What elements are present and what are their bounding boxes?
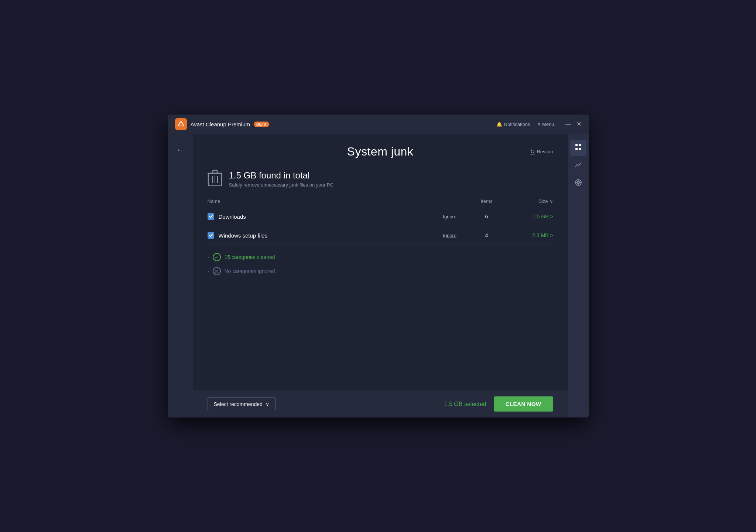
downloads-ignore-button[interactable]: Ignore [431, 214, 468, 219]
trash-icon [208, 170, 222, 188]
svg-rect-9 [579, 148, 581, 150]
expand-arrow-icon: › [208, 269, 209, 274]
title-bar-right: 🔔 Notifications ≡ Menu — ✕ [496, 121, 581, 127]
selected-size: 1.5 GB selected [444, 401, 486, 407]
grid-icon [575, 143, 582, 153]
windows-setup-item-count: 4 [468, 232, 505, 238]
col-name-header: Name [208, 198, 431, 204]
sidebar-support-button[interactable] [570, 175, 586, 191]
window-controls: — ✕ [565, 121, 581, 127]
svg-rect-7 [579, 144, 581, 146]
svg-rect-6 [575, 144, 578, 146]
summary-section: 1.5 GB found in total Safely remove unne… [193, 166, 568, 195]
main-layout: ← System junk ↻ Rescan [168, 134, 589, 417]
right-sidebar [568, 134, 589, 417]
sidebar-chart-button[interactable] [570, 157, 586, 174]
menu-icon: ≡ [537, 122, 540, 127]
downloads-checkbox[interactable] [208, 213, 214, 220]
ignored-icon: ⊘ [213, 267, 221, 275]
ignored-categories-label: No categories ignored [225, 268, 275, 274]
rescan-icon: ↻ [530, 148, 535, 155]
table-section: Name Items Size ∨ [193, 195, 568, 391]
cleaned-icon: ✓ [213, 253, 221, 261]
windows-setup-size[interactable]: 2.3 MB > [505, 232, 553, 238]
title-bar: Avast Cleanup Premium BETA 🔔 Notificatio… [168, 115, 589, 134]
avast-logo-icon [175, 118, 187, 130]
windows-setup-checkbox[interactable] [208, 232, 214, 239]
total-found: 1.5 GB found in total [229, 170, 335, 181]
svg-rect-8 [575, 148, 578, 150]
menu-button[interactable]: ≡ Menu [537, 122, 554, 127]
row-name-windows-setup: Windows setup files [208, 232, 431, 239]
svg-point-11 [577, 181, 579, 184]
page-title: System junk [347, 145, 414, 158]
sort-icon: ∨ [550, 198, 553, 204]
summary-subtitle: Safely remove unnecessary junk files on … [229, 182, 335, 188]
rescan-button[interactable]: ↻ Rescan [530, 148, 553, 155]
beta-badge: BETA [254, 122, 269, 127]
row-name-downloads: Downloads [208, 213, 431, 220]
close-button[interactable]: ✕ [577, 121, 581, 127]
app-window: Avast Cleanup Premium BETA 🔔 Notificatio… [168, 115, 589, 417]
support-icon [575, 179, 582, 188]
col-size-header[interactable]: Size ∨ [505, 198, 553, 204]
left-sidebar: ← [168, 134, 193, 417]
cleaned-categories-label: 15 categories cleaned [225, 254, 275, 260]
notifications-button[interactable]: 🔔 Notifications [496, 122, 530, 127]
expand-section: › ✓ 15 categories cleaned › ⊘ No categor… [208, 245, 553, 283]
chart-icon [575, 161, 582, 170]
cleaned-categories-row[interactable]: › ✓ 15 categories cleaned [208, 250, 553, 264]
content-area: System junk ↻ Rescan [193, 134, 568, 417]
title-bar-left: Avast Cleanup Premium BETA [175, 118, 270, 130]
downloads-item-count: 6 [468, 214, 505, 219]
table-header: Name Items Size ∨ [208, 195, 553, 207]
col-items-header: Items [468, 198, 505, 204]
page-header: System junk ↻ Rescan [193, 134, 568, 166]
back-button[interactable]: ← [174, 143, 187, 157]
svg-rect-2 [213, 170, 217, 173]
clean-now-button[interactable]: CLEAN NOW [494, 396, 553, 412]
ignored-categories-row[interactable]: › ⊘ No categories ignored [208, 264, 553, 278]
summary-text: 1.5 GB found in total Safely remove unne… [229, 170, 335, 188]
select-recommended-button[interactable]: Select recommended ∨ [208, 397, 276, 411]
expand-arrow-icon: › [208, 255, 209, 260]
bottom-bar: Select recommended ∨ 1.5 GB selected CLE… [193, 391, 568, 417]
col-ignore-header [431, 198, 468, 204]
app-title: Avast Cleanup Premium [191, 121, 250, 127]
table-row: Windows setup files Ignore 4 2.3 MB > [208, 226, 553, 245]
windows-setup-ignore-button[interactable]: Ignore [431, 233, 468, 238]
bell-icon: 🔔 [496, 122, 502, 127]
sidebar-grid-button[interactable] [570, 140, 586, 156]
table-row: Downloads Ignore 6 1.5 GB > [208, 207, 553, 226]
downloads-size[interactable]: 1.5 GB > [505, 214, 553, 219]
minimize-button[interactable]: — [565, 121, 571, 127]
chevron-down-icon: ∨ [266, 401, 269, 407]
